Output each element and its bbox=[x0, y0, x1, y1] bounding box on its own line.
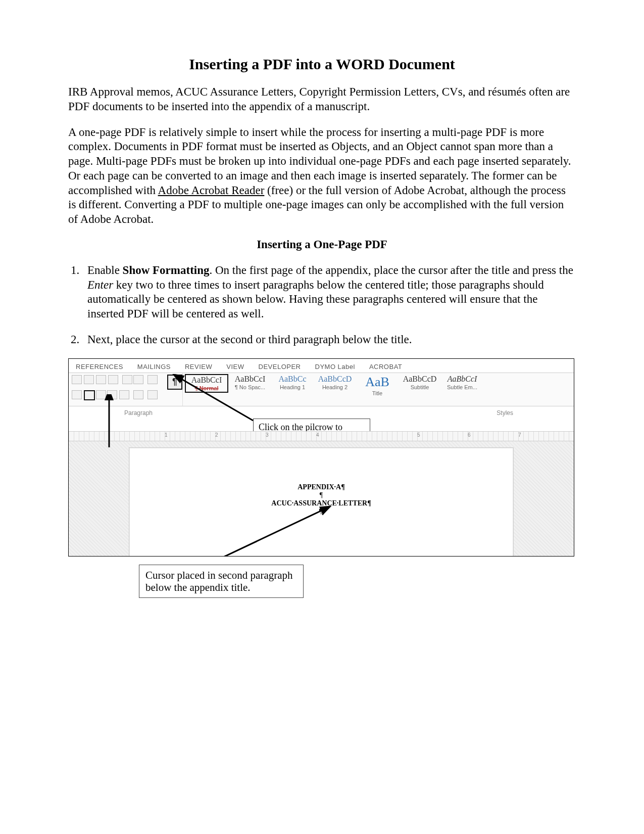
style-nospacing-sample: AaBbCcI bbox=[235, 375, 265, 384]
step-2: Next, place the cursor at the second or … bbox=[82, 333, 576, 347]
ruler-3: 3 bbox=[266, 432, 269, 438]
document-area: APPENDIX·A¶ ¶ ACUC·ASSURANCE·LETTER¶ ¶ bbox=[69, 441, 574, 556]
tab-view[interactable]: VIEW bbox=[226, 363, 244, 370]
numbering-icon[interactable] bbox=[96, 375, 106, 384]
ruler-2: 2 bbox=[215, 432, 218, 438]
steps-list: Enable Show Formatting. On the first pag… bbox=[68, 263, 576, 347]
step1-a: Enable bbox=[87, 264, 123, 276]
step1-ital: Enter bbox=[87, 279, 113, 291]
tab-dymo[interactable]: DYMO Label bbox=[315, 363, 355, 370]
step1-bold: Show Formatting bbox=[123, 264, 210, 276]
style-heading2-caption: Heading 2 bbox=[322, 384, 348, 390]
group-captions: Paragraph Styles bbox=[69, 409, 574, 420]
styles-group-label: Styles bbox=[497, 409, 513, 416]
callout-cursor: Cursor placed in second paragraph below … bbox=[139, 565, 304, 598]
section-heading: Inserting a One-Page PDF bbox=[68, 238, 576, 251]
screenshot-wrapper: REFERENCES MAILINGS REVIEW VIEW DEVELOPE… bbox=[68, 358, 573, 598]
style-heading1[interactable]: AaBbCc Heading 1 bbox=[272, 374, 313, 391]
style-normal-sample: AaBbCcI bbox=[191, 376, 222, 385]
ruler-5: 5 bbox=[417, 432, 420, 438]
style-heading1-sample: AaBbCc bbox=[278, 375, 306, 384]
tab-acrobat[interactable]: ACROBAT bbox=[369, 363, 402, 370]
adobe-reader-link[interactable]: Adobe Acrobat Reader bbox=[158, 184, 265, 197]
paragraph-group-label: Paragraph bbox=[124, 409, 153, 416]
doc-line-4: ¶ bbox=[129, 507, 513, 516]
tab-review[interactable]: REVIEW bbox=[185, 363, 212, 370]
format-icon[interactable] bbox=[72, 375, 82, 384]
style-nospacing-caption: ¶ No Spac... bbox=[235, 384, 265, 390]
doc-line-1: APPENDIX·A¶ bbox=[129, 483, 513, 491]
font-color-icon[interactable] bbox=[72, 390, 82, 399]
ribbon-tabs: REFERENCES MAILINGS REVIEW VIEW DEVELOPE… bbox=[69, 359, 574, 373]
step1-b: . On the first page of the appendix, pla… bbox=[209, 264, 573, 276]
align-center-icon[interactable] bbox=[96, 390, 106, 399]
ribbon-body: ¶ AaBbCcI ¶ Normal AaBbCcI ¶ No Spac... … bbox=[69, 373, 574, 406]
step-1: Enable Show Formatting. On the first pag… bbox=[82, 263, 576, 321]
multilevel-icon[interactable] bbox=[108, 375, 118, 384]
style-title-sample: AaB bbox=[365, 375, 389, 390]
style-subtleem-sample: AaBbCcI bbox=[448, 375, 477, 384]
intro-paragraph-2: A one-page PDF is relatively simple to i… bbox=[68, 125, 576, 227]
doc-line-2: ¶ bbox=[129, 491, 513, 499]
style-normal[interactable]: AaBbCcI ¶ Normal bbox=[185, 374, 228, 393]
page-title: Inserting a PDF into a WORD Document bbox=[68, 56, 576, 73]
tab-references[interactable]: REFERENCES bbox=[76, 363, 123, 370]
text-cursor-icon bbox=[322, 508, 323, 515]
ruler-7: 7 bbox=[518, 432, 521, 438]
style-subtleem-caption: Subtle Em... bbox=[447, 384, 477, 390]
styles-group: AaBbCcI ¶ Normal AaBbCcI ¶ No Spac... Aa… bbox=[183, 373, 574, 406]
style-heading1-caption: Heading 1 bbox=[280, 384, 305, 390]
document-page[interactable]: APPENDIX·A¶ ¶ ACUC·ASSURANCE·LETTER¶ ¶ bbox=[129, 447, 514, 557]
style-heading2[interactable]: AaBbCcD Heading 2 bbox=[314, 374, 356, 391]
intro-paragraph-1: IRB Approval memos, ACUC Assurance Lette… bbox=[68, 85, 576, 114]
ruler-6: 6 bbox=[468, 432, 471, 438]
ruler-4: 4 bbox=[316, 432, 319, 438]
doc-line-3: ACUC·ASSURANCE·LETTER¶ bbox=[129, 499, 513, 507]
borders-icon[interactable] bbox=[147, 390, 158, 399]
style-nospacing[interactable]: AaBbCcI ¶ No Spac... bbox=[229, 374, 271, 391]
tab-developer[interactable]: DEVELOPER bbox=[259, 363, 301, 370]
sort-icon[interactable] bbox=[147, 375, 158, 384]
tab-mailings[interactable]: MAILINGS bbox=[137, 363, 171, 370]
style-subtitle-sample: AaBbCcD bbox=[403, 375, 437, 384]
style-subtitle-caption: Subtitle bbox=[411, 384, 429, 390]
increase-indent-icon[interactable] bbox=[133, 375, 143, 384]
word-screenshot: REFERENCES MAILINGS REVIEW VIEW DEVELOPE… bbox=[68, 358, 574, 557]
ruler: 1 2 3 4 5 6 7 bbox=[69, 431, 574, 441]
style-title[interactable]: AaB Title bbox=[357, 374, 398, 397]
bullets-icon[interactable] bbox=[84, 375, 94, 384]
decrease-indent-icon[interactable] bbox=[122, 375, 132, 384]
style-subtitle[interactable]: AaBbCcD Subtitle bbox=[399, 374, 440, 391]
step1-c: key two to three times to insert paragra… bbox=[87, 279, 544, 320]
style-heading2-sample: AaBbCcD bbox=[318, 375, 352, 384]
style-normal-caption: ¶ Normal bbox=[194, 385, 218, 391]
align-right-icon[interactable] bbox=[107, 390, 117, 399]
ruler-1: 1 bbox=[165, 432, 168, 438]
align-left-icon[interactable] bbox=[84, 390, 95, 400]
paragraph-group: ¶ bbox=[69, 373, 183, 406]
pilcrow-button[interactable]: ¶ bbox=[167, 375, 182, 390]
style-subtleem[interactable]: AaBbCcI Subtle Em... bbox=[441, 374, 483, 391]
style-title-caption: Title bbox=[372, 390, 382, 396]
shading-icon[interactable] bbox=[133, 390, 143, 399]
line-spacing-icon[interactable] bbox=[119, 390, 129, 399]
